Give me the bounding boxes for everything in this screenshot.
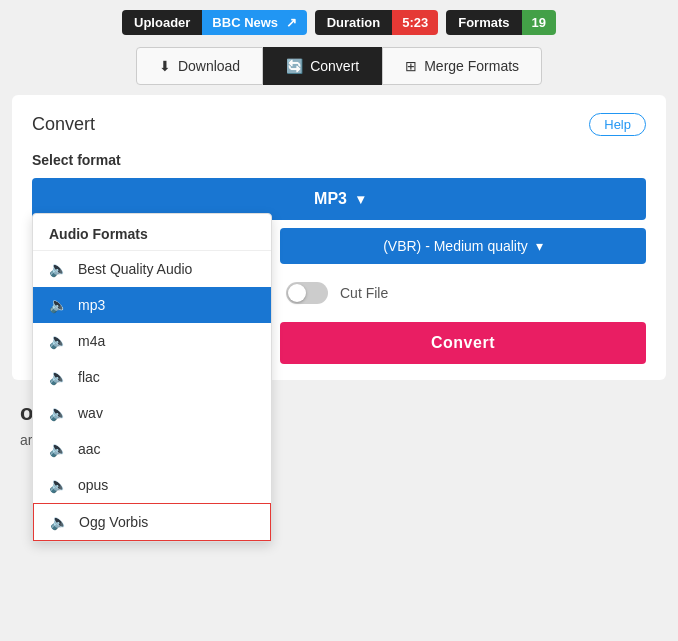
speaker-icon: 🔈 xyxy=(49,476,68,494)
format-dropdown-panel: Audio Formats 🔈 Best Quality Audio 🔈 mp3… xyxy=(32,213,272,542)
download-icon: ⬇ xyxy=(159,58,171,74)
format-item-mp3[interactable]: 🔈 mp3 xyxy=(33,287,271,323)
quality-label: (VBR) - Medium quality xyxy=(383,238,528,254)
convert-refresh-icon: 🔄 xyxy=(286,58,303,74)
merge-icon: ⊞ xyxy=(405,58,417,74)
chevron-down-icon xyxy=(536,238,543,254)
main-content: Convert Help Select format MP3 Audio For… xyxy=(12,95,666,380)
select-format-label: Select format xyxy=(32,152,646,168)
speaker-icon: 🔈 xyxy=(49,296,68,314)
format-item-wav[interactable]: 🔈 wav xyxy=(33,395,271,431)
formats-label: Formats xyxy=(446,10,521,35)
cut-file-label: Cut File xyxy=(340,285,388,301)
convert-button[interactable]: Convert xyxy=(280,322,646,364)
format-item-m4a[interactable]: 🔈 m4a xyxy=(33,323,271,359)
speaker-icon: 🔈 xyxy=(49,260,68,278)
formats-badge: Formats 19 xyxy=(446,10,556,35)
uploader-value: BBC News ↗ xyxy=(202,10,306,35)
tab-bar: ⬇ Download 🔄 Convert ⊞ Merge Formats xyxy=(0,43,678,85)
duration-value: 5:23 xyxy=(392,10,438,35)
top-bar: Uploader BBC News ↗ Duration 5:23 Format… xyxy=(0,0,678,43)
duration-label: Duration xyxy=(315,10,392,35)
format-item-aac[interactable]: 🔈 aac xyxy=(33,431,271,467)
speaker-icon: 🔈 xyxy=(49,440,68,458)
formats-value: 19 xyxy=(522,10,556,35)
format-item-ogg-vorbis[interactable]: 🔈 Ogg Vorbis xyxy=(33,503,271,541)
speaker-icon: 🔈 xyxy=(49,368,68,386)
page-title: Convert xyxy=(32,114,95,135)
tab-download[interactable]: ⬇ Download xyxy=(136,47,263,85)
tab-merge-formats[interactable]: ⊞ Merge Formats xyxy=(382,47,542,85)
tab-convert[interactable]: 🔄 Convert xyxy=(263,47,382,85)
cut-file-row: Cut File xyxy=(280,278,646,308)
speaker-icon: 🔈 xyxy=(49,332,68,350)
duration-badge: Duration 5:23 xyxy=(315,10,438,35)
format-item-opus[interactable]: 🔈 opus xyxy=(33,467,271,503)
help-button[interactable]: Help xyxy=(589,113,646,136)
mp3-label: MP3 xyxy=(314,190,347,208)
format-item-best-quality[interactable]: 🔈 Best Quality Audio xyxy=(33,251,271,287)
right-panel: (VBR) - Medium quality Cut File Convert xyxy=(280,220,646,364)
format-item-flac[interactable]: 🔈 flac xyxy=(33,359,271,395)
uploader-badge: Uploader BBC News ↗ xyxy=(122,10,307,35)
audio-formats-header: Audio Formats xyxy=(33,214,271,251)
quality-dropdown-button[interactable]: (VBR) - Medium quality xyxy=(280,228,646,264)
cut-file-toggle[interactable] xyxy=(286,282,328,304)
chevron-down-icon xyxy=(357,190,364,208)
content-header: Convert Help xyxy=(32,113,646,136)
speaker-icon: 🔈 xyxy=(50,513,69,531)
uploader-label: Uploader xyxy=(122,10,202,35)
external-link-icon[interactable]: ↗ xyxy=(286,15,297,30)
toggle-knob xyxy=(288,284,306,302)
speaker-icon: 🔈 xyxy=(49,404,68,422)
